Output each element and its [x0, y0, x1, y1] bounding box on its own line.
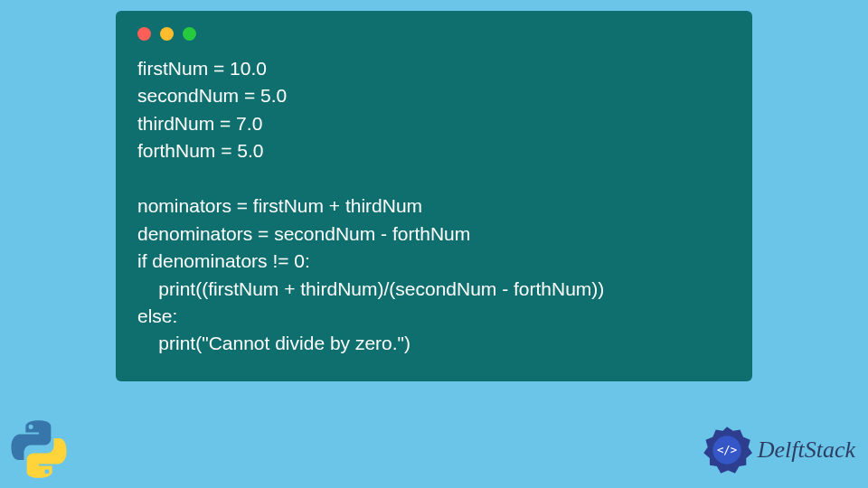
minimize-icon [160, 27, 174, 41]
python-logo-icon [7, 418, 71, 481]
svg-text:</>: </> [717, 444, 737, 456]
maximize-icon [183, 27, 196, 41]
code-window: firstNum = 10.0 secondNum = 5.0 thirdNum… [116, 11, 752, 381]
window-traffic-lights [137, 27, 731, 41]
close-icon [137, 27, 151, 41]
delftstack-brand: </> DelftStack [702, 425, 855, 475]
delft-gear-icon: </> [702, 425, 752, 475]
code-block: firstNum = 10.0 secondNum = 5.0 thirdNum… [137, 55, 731, 358]
brand-name: DelftStack [758, 436, 855, 464]
